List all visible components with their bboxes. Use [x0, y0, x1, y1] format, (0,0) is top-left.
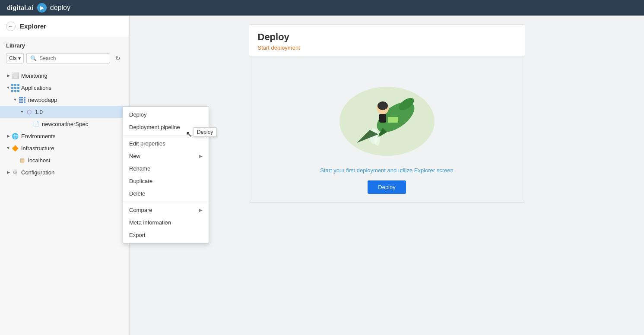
server-icon: 🔶 [11, 144, 19, 152]
svg-point-7 [378, 101, 388, 110]
search-icon: 🔍 [30, 55, 37, 61]
ctx-item-edit-properties[interactable]: Edit properties [123, 137, 209, 150]
tree-arrow-infrastructure: ▼ [5, 146, 11, 150]
ctx-label-export: Export [129, 232, 146, 238]
ctx-label-meta-information: Meta information [129, 219, 171, 226]
search-row: Cls ▾ 🔍 ↻ [6, 53, 123, 63]
tree-arrow-configuration: ▶ [5, 170, 11, 174]
tree-label-infrastructure: Infrastructure [21, 145, 129, 152]
deploy-card-description: Start your first deployment and utilize … [320, 167, 454, 174]
tree-container: ▶ ⬜ Monitoring ▼ Applications ▼ [0, 67, 129, 335]
cls-dropdown[interactable]: Cls ▾ [6, 53, 24, 63]
tree-arrow-applications: ▼ [5, 85, 11, 90]
search-input[interactable] [39, 55, 106, 61]
deploy-card-title: Deploy [258, 32, 516, 43]
page-title: Explorer [20, 22, 46, 30]
context-menu: Deploy Deployment pipeline Edit properti… [123, 106, 209, 243]
ctx-label-compare: Compare [129, 207, 152, 213]
tree-item-environments[interactable]: ▶ 🌐 Environments [0, 130, 129, 142]
tree-item-infrastructure[interactable]: ▼ 🔶 Infrastructure [0, 142, 129, 154]
tree-label-applications: Applications [21, 85, 129, 91]
monitor-icon: ⬜ [11, 72, 19, 79]
tree-label-configuration: Configuration [21, 169, 129, 176]
ctx-item-duplicate[interactable]: Duplicate [123, 175, 209, 187]
rocket-illustration [331, 65, 443, 160]
deploy-label: deploy [50, 4, 70, 12]
tree-arrow-1-0: ▼ [19, 110, 25, 114]
gear-icon: ⚙ [11, 168, 19, 176]
ctx-item-deploy[interactable]: Deploy [123, 108, 209, 121]
navbar: digital.ai ▶ deploy [0, 0, 644, 16]
ctx-label-delete: Delete [129, 190, 146, 197]
refresh-button[interactable]: ↻ [113, 53, 123, 63]
tree-label-environments: Environments [21, 133, 129, 139]
back-button[interactable]: ← [6, 22, 16, 31]
doc-icon: 📄 [32, 120, 40, 128]
tree-label-1-0: 1.0 [35, 109, 129, 115]
deploy-card-header: Deploy Start deployment [249, 25, 525, 57]
ctx-item-new[interactable]: New ▶ [123, 150, 209, 162]
ctx-label-duplicate: Duplicate [129, 178, 152, 184]
deploy-button[interactable]: Deploy [368, 180, 406, 194]
sidebar: ← Explorer Library Cls ▾ 🔍 ↻ ▶ ⬜ [0, 16, 130, 335]
ctx-item-meta-information[interactable]: Meta information [123, 216, 209, 229]
globe-icon: 🌐 [11, 132, 19, 140]
deploy-card-body: Start your first deployment and utilize … [249, 57, 525, 202]
search-box: 🔍 [26, 53, 110, 63]
ctx-label-edit-properties: Edit properties [129, 140, 165, 147]
tree-item-1-0[interactable]: ▼ ⬡ 1.0 [0, 106, 129, 118]
ctx-section-2: Edit properties New ▶ Rename Duplicate D… [123, 136, 209, 202]
tree-item-applications[interactable]: ▼ Applications [0, 82, 129, 94]
ctx-label-deploy: Deploy [129, 111, 146, 118]
ctx-label-rename: Rename [129, 165, 150, 172]
deploy-card-desc-text: Start your first deployment and [320, 167, 398, 174]
tree-item-monitoring[interactable]: ▶ ⬜ Monitoring [0, 70, 129, 82]
tree-item-configuration[interactable]: ▶ ⚙ Configuration [0, 166, 129, 178]
svg-rect-9 [388, 117, 398, 123]
ctx-item-delete[interactable]: Delete [123, 187, 209, 200]
cls-chevron-icon: ▾ [18, 55, 21, 61]
tree-label-monitoring: Monitoring [21, 73, 129, 79]
tree-label-newconatinerspec: newconatinerSpec [42, 121, 129, 127]
deploy-card-subtitle: Start deployment [258, 44, 516, 51]
deploy-tooltip-text: Deploy [197, 129, 213, 135]
ctx-section-3: Compare ▶ Meta information Export [123, 202, 209, 243]
deploy-card-desc-link[interactable]: utilize Explorer screen [398, 167, 454, 174]
deploy-icon: ▶ [37, 3, 47, 13]
tree-item-newpodapp[interactable]: ▼ newpodapp [0, 94, 129, 106]
library-section: Library Cls ▾ 🔍 ↻ [0, 37, 129, 67]
sidebar-header: ← Explorer [0, 16, 129, 37]
tree-arrow-environments: ▶ [5, 134, 11, 138]
tree-item-localhost[interactable]: ▤ localhost [0, 154, 129, 166]
grid-icon [11, 84, 19, 92]
cls-label: Cls [9, 55, 16, 61]
brand-text: digital.ai [7, 4, 34, 11]
ctx-arrow-compare: ▶ [199, 208, 203, 212]
logo: digital.ai [7, 4, 34, 11]
cube-icon: ⬡ [25, 108, 33, 116]
main-layout: ← Explorer Library Cls ▾ 🔍 ↻ ▶ ⬜ [0, 16, 644, 335]
tree-item-newconatinerspec[interactable]: 📄 newconatinerSpec [0, 118, 129, 130]
ctx-item-rename[interactable]: Rename [123, 162, 209, 175]
tree-label-localhost: localhost [28, 157, 129, 164]
library-label: Library [6, 42, 123, 49]
tree-arrow-monitoring: ▶ [5, 73, 11, 78]
ctx-label-deployment-pipeline: Deployment pipeline [129, 124, 180, 130]
deploy-tooltip: Deploy [193, 127, 217, 137]
bars-icon: ▤ [18, 156, 26, 164]
ctx-item-compare[interactable]: Compare ▶ [123, 204, 209, 216]
tree-label-newpodapp: newpodapp [28, 97, 129, 103]
ctx-arrow-new: ▶ [199, 154, 203, 158]
ctx-label-new: New [129, 153, 140, 159]
deploy-card: Deploy Start deployment [249, 24, 525, 203]
ctx-item-export[interactable]: Export [123, 229, 209, 241]
tree-arrow-newpodapp: ▼ [12, 98, 18, 102]
grid-small-icon [18, 96, 26, 104]
svg-rect-6 [379, 114, 386, 118]
